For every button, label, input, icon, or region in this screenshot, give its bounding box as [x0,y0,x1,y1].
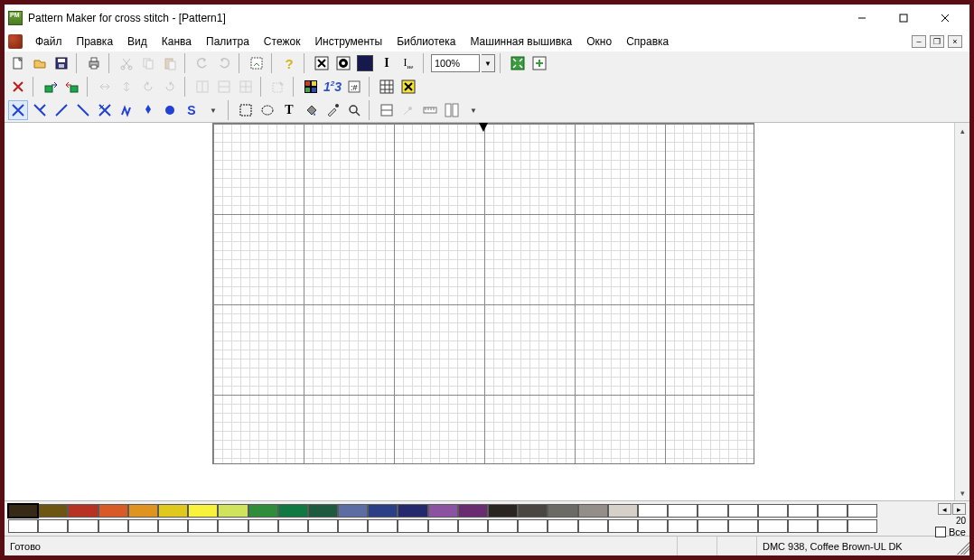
text-tool[interactable]: T [279,100,299,120]
mdi-minimize[interactable]: – [912,35,926,48]
palette-empty-swatch[interactable] [158,519,188,533]
palette-swatch[interactable] [8,504,38,518]
close-button[interactable] [924,5,966,32]
edit-node[interactable] [398,100,418,120]
palette-swatch[interactable] [548,504,577,518]
palette-empty-swatch[interactable] [248,519,278,533]
palette-swatch[interactable] [818,504,848,518]
maximize-button[interactable] [883,5,924,32]
view-info[interactable]: I [377,53,397,73]
menu-view[interactable]: Вид [120,33,155,50]
undo-button[interactable] [192,53,212,73]
tool-long-stitch[interactable] [117,100,136,120]
menu-library[interactable]: Библиотека [389,33,463,50]
view-info2[interactable]: Iне [398,53,418,73]
zoom-tool[interactable] [344,100,364,120]
ruler-h[interactable] [420,100,440,120]
palette-swatch[interactable] [158,504,188,518]
menu-tools[interactable]: Инструменты [307,33,389,50]
library-in[interactable] [41,77,61,97]
help-button[interactable]: ? [279,53,299,73]
color-palette[interactable] [301,77,321,97]
eyedropper-tool[interactable] [323,100,342,120]
menu-help[interactable]: Справка [619,33,676,50]
menu-file[interactable]: Файл [28,33,70,50]
menu-embroidery[interactable]: Машинная вышивка [463,33,579,50]
zoom-input[interactable]: 100% [431,54,480,72]
select-lasso[interactable] [258,100,277,120]
export-sel[interactable] [268,77,288,97]
palette-empty-swatch[interactable] [68,519,98,533]
palette-empty-swatch[interactable] [218,519,248,533]
cut-button[interactable] [117,53,136,73]
palette-swatch[interactable] [488,504,518,518]
palette-empty-swatch[interactable] [398,519,427,533]
minimize-button[interactable] [841,5,883,32]
palette-swatch[interactable] [278,504,308,518]
mdi-close[interactable]: × [948,35,962,48]
palette-empty-swatch[interactable] [8,519,38,533]
palette-scroll-left[interactable]: ◂ [938,503,951,515]
tool-special[interactable]: S [182,100,201,120]
palette-empty-swatch[interactable] [38,519,68,533]
palette-empty-swatch[interactable] [638,519,668,533]
palette-empty-swatch[interactable] [518,519,548,533]
palette-swatch[interactable] [788,504,818,518]
resize-grip[interactable] [953,538,969,555]
vertical-scrollbar[interactable]: ▴ ▾ [954,123,969,500]
preview-toggle[interactable] [247,53,267,73]
flip-v[interactable] [117,77,136,97]
stitch-count[interactable]: 123 [323,77,342,97]
tool-back-stitch[interactable] [73,100,93,120]
palette-empty-swatch[interactable] [758,519,788,533]
palette-all-checkbox[interactable] [935,527,946,537]
palette-swatch[interactable] [668,504,698,518]
palette-swatch[interactable] [608,504,638,518]
palette-swatch[interactable] [128,504,158,518]
palette-swatch[interactable] [188,504,218,518]
center-v[interactable] [214,77,234,97]
view-symbols[interactable] [312,53,332,73]
save-button[interactable] [52,53,71,73]
rotate-left[interactable] [138,77,158,97]
palette-empty-swatch[interactable] [848,519,877,533]
tool-special-dd[interactable]: ▼ [203,100,223,120]
palette-empty-swatch[interactable] [548,519,577,533]
menu-window[interactable]: Окно [579,33,619,50]
palette-swatch[interactable] [458,504,488,518]
palette-swatch[interactable] [638,504,668,518]
palette-empty-swatch[interactable] [698,519,727,533]
palette-swatch[interactable] [398,504,427,518]
palette-empty-swatch[interactable] [578,519,608,533]
palette-swatch[interactable] [518,504,548,518]
zoom-dropdown[interactable]: ▼ [482,54,495,72]
palette-empty-swatch[interactable] [98,519,128,533]
fit-window[interactable] [508,53,528,73]
rotate-right[interactable] [160,77,180,97]
tool-half-stitch[interactable] [30,100,50,120]
symbols-dlg[interactable]: :# [344,77,364,97]
palette-swatch[interactable] [248,504,278,518]
scroll-up-icon[interactable]: ▴ [955,123,969,138]
print-button[interactable] [84,53,104,73]
palette-swatch[interactable] [758,504,788,518]
palette-empty-swatch[interactable] [668,519,698,533]
ruler-dd[interactable]: ▼ [464,100,483,120]
palette-swatch[interactable] [98,504,128,518]
menu-palette[interactable]: Палитра [199,33,257,50]
tool-petite[interactable] [95,100,115,120]
palette-swatch[interactable] [38,504,68,518]
palette-swatch[interactable] [68,504,98,518]
canvas[interactable] [5,123,954,500]
palette-swatch[interactable] [218,504,248,518]
palette-scroll-right[interactable]: ▸ [952,503,966,515]
pattern-grid[interactable] [212,123,754,464]
palette-swatch[interactable] [368,504,398,518]
open-button[interactable] [30,53,50,73]
center-h[interactable] [192,77,212,97]
palette-empty-swatch[interactable] [458,519,488,533]
tool-bead[interactable] [160,100,180,120]
palette-empty-swatch[interactable] [488,519,518,533]
palette-empty-swatch[interactable] [278,519,308,533]
menu-canvas[interactable]: Канва [155,33,199,50]
